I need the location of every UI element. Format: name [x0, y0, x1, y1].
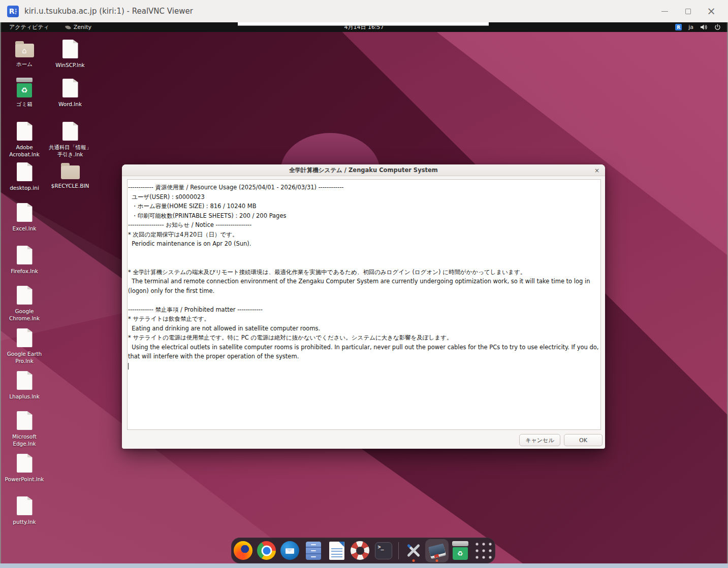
- volume-icon: [700, 24, 708, 30]
- page-fold: [27, 371, 33, 375]
- trash-icon: ♻: [16, 78, 33, 97]
- file-icon: [17, 371, 33, 390]
- file-icon: [17, 286, 33, 305]
- vnc-tray-icon: R: [675, 24, 682, 30]
- page-fold: [27, 286, 33, 289]
- window-titlebar: Rvnc kiri.u.tsukuba.ac.jp (kiri:1) - Rea…: [0, 0, 728, 22]
- desktop-icon-winscp-lnk[interactable]: WinSCP.lnk: [47, 40, 93, 69]
- dock-grid-button[interactable]: [472, 539, 495, 562]
- dialog-text-line: ------------ 資源使用量 / Resource Usage (202…: [128, 183, 600, 192]
- running-indicator-dot: [435, 559, 438, 562]
- page-fold: [27, 496, 33, 500]
- realvnc-logo-icon: Rvnc: [7, 6, 19, 17]
- power-icon: [714, 24, 721, 30]
- dialog-close-button[interactable]: ×: [594, 164, 599, 176]
- desktop-icon-word-lnk[interactable]: Word.lnk: [47, 79, 93, 108]
- desktop-icon-lhaplus-lnk[interactable]: Lhaplus.lnk: [3, 371, 46, 400]
- file-icon: [62, 40, 78, 58]
- desktop-icon-label: Microsoft Edge.lnk: [3, 433, 46, 447]
- desktop-icon-recycle-bin[interactable]: $RECYCLE.BIN: [47, 162, 93, 189]
- page-fold: [73, 122, 78, 125]
- page-fold: [73, 40, 78, 43]
- dialog-text-line: * サテライトは飲食禁止です。: [128, 314, 600, 324]
- vnc-toolbar-collapsed[interactable]: [238, 22, 489, 26]
- dialog-text-line: Using the electrical outlets in satellit…: [128, 343, 600, 361]
- desktop-icon-label: Google Chrome.lnk: [3, 308, 46, 322]
- desktop-icon-excel-lnk[interactable]: Excel.lnk: [3, 203, 46, 232]
- dock-chrome-button[interactable]: [255, 539, 278, 562]
- desktop-icon-adobe-acrobat-lnk[interactable]: Adobe Acrobat.lnk: [3, 122, 46, 158]
- close-button[interactable]: ×: [700, 0, 723, 22]
- desktop-icon-desktop-ini[interactable]: desktop.ini: [3, 162, 46, 191]
- dock-files-button[interactable]: [302, 539, 325, 562]
- dock-thunderbird-button[interactable]: [278, 539, 302, 562]
- page-fold: [73, 79, 78, 82]
- file-icon: [17, 122, 33, 141]
- app-menu-zenity[interactable]: Zenity: [66, 24, 91, 30]
- dialog-text-line: ・ホーム容量(HOME SIZE) : 816 / 10240 MB: [128, 202, 600, 211]
- file-icon: [17, 162, 33, 181]
- dialog-text-line: ユーザ(USER) : s0000023: [128, 192, 600, 202]
- dock-writer-button[interactable]: [325, 539, 349, 562]
- dialog-titlebar[interactable]: 全学計算機システム / Zengaku Computer System ×: [122, 164, 605, 176]
- dialog-text-line: ------------ 禁止事項 / Prohibited matter --…: [128, 305, 600, 315]
- dock-firefox-button[interactable]: [232, 539, 255, 562]
- desktop-icon-[interactable]: ♻ゴミ箱: [3, 78, 46, 108]
- dialog-text-line: * サテライトの電源は使用禁止です。特に PC の電源は絶対に抜かないでください…: [128, 333, 600, 343]
- window-border-left: [0, 22, 1, 563]
- desktop-icon-firefox-lnk[interactable]: Firefox.lnk: [3, 246, 46, 275]
- chrome-icon: [257, 541, 276, 560]
- desktop-icon-[interactable]: ⌂ホーム: [3, 41, 46, 68]
- file-icon: [17, 411, 33, 430]
- desktop-icon-label: putty.lnk: [13, 518, 36, 525]
- page-fold: [27, 122, 33, 125]
- dock-trash-button[interactable]: [449, 539, 472, 562]
- desktop-icon-label: Google Earth Pro.lnk: [3, 350, 46, 364]
- dialog-text-line: [128, 295, 600, 305]
- grid-icon: [474, 542, 493, 560]
- desktop-icon-lnk[interactable]: 共通科目「情報」手引き.lnk: [47, 122, 93, 158]
- maximize-button[interactable]: [676, 0, 700, 22]
- keyboard-layout-indicator: ja: [688, 24, 693, 30]
- dialog-text-line: * 全学計算機システムの端末及びリモート接続環境は、最適化作業を実施中であるため…: [128, 268, 600, 277]
- desktop-icon-label: Word.lnk: [58, 101, 82, 108]
- window-title: kiri.u.tsukuba.ac.jp (kiri:1) - RealVNC …: [24, 7, 193, 16]
- desktop-icon-label: Firefox.lnk: [11, 268, 38, 275]
- dialog-text-view[interactable]: ------------ 資源使用量 / Resource Usage (202…: [127, 179, 601, 430]
- system-tray[interactable]: R ja: [675, 24, 728, 30]
- files-icon: [306, 542, 321, 560]
- desktop-icon-microsoft-edge-lnk[interactable]: Microsoft Edge.lnk: [3, 411, 46, 447]
- cancel-button[interactable]: キャンセル: [519, 434, 560, 446]
- dock-tools-button[interactable]: [402, 539, 425, 562]
- desktop-icon-label: ゴミ箱: [16, 101, 33, 108]
- desktop-icon-label: WinSCP.lnk: [55, 61, 84, 69]
- file-icon: [17, 454, 33, 473]
- trash-icon: [452, 541, 468, 560]
- desktop-icon-label: desktop.ini: [10, 184, 39, 191]
- tools-icon: [404, 541, 423, 560]
- minimize-button[interactable]: [653, 0, 676, 22]
- desktop-icon-google-chrome-lnk[interactable]: Google Chrome.lnk: [3, 286, 46, 322]
- desktop-icon-label: $RECYCLE.BIN: [51, 182, 89, 189]
- folder-icon: [61, 165, 80, 179]
- window-border-bottom: [0, 563, 728, 568]
- activities-button[interactable]: アクティビティ: [9, 23, 49, 31]
- dialog-text-line: * 次回の定期保守は4月20日（日）です。: [128, 230, 600, 240]
- writer-icon: [329, 542, 344, 560]
- file-icon: [17, 203, 33, 222]
- desktop-icon-label: Excel.lnk: [13, 225, 37, 232]
- dock-help-button[interactable]: [349, 539, 372, 562]
- firefox-icon: [234, 541, 252, 560]
- thunderbird-icon: [280, 541, 299, 560]
- ok-button[interactable]: OK: [564, 434, 603, 446]
- dialog-text-line: [128, 249, 600, 258]
- desktop-icon-putty-lnk[interactable]: putty.lnk: [3, 496, 46, 525]
- terminal-icon: [375, 542, 392, 559]
- dock-zenity-button[interactable]: [425, 539, 449, 562]
- dock-terminal-button[interactable]: [372, 539, 395, 562]
- page-fold: [27, 162, 33, 166]
- dialog-text-line: ・印刷可能枚数(PRINTABLE SHEETS) : 200 / 200 Pa…: [128, 211, 600, 221]
- desktop-icon-google-earth-pro-lnk[interactable]: Google Earth Pro.lnk: [3, 328, 46, 364]
- desktop-icon-label: 共通科目「情報」手引き.lnk: [47, 144, 93, 158]
- desktop-icon-powerpoint-lnk[interactable]: PowerPoint.lnk: [3, 454, 46, 483]
